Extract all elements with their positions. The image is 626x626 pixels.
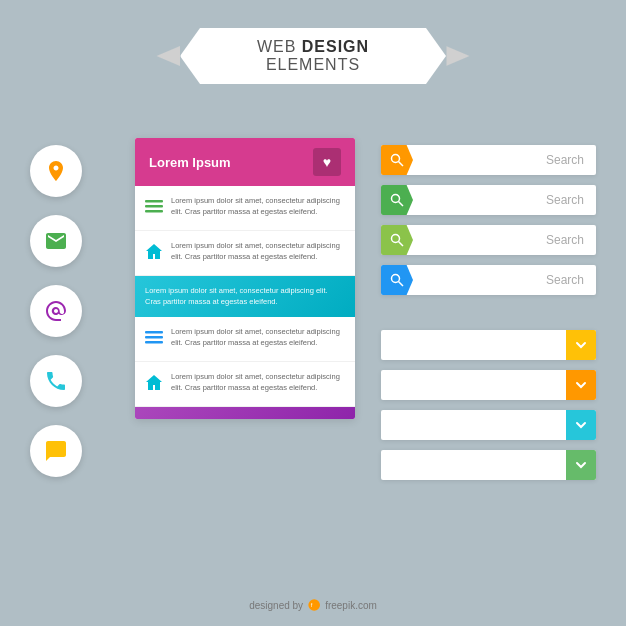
card-row-4-text: Lorem ipsum dolor sit amet, consectetur … bbox=[171, 327, 345, 348]
banner-title: WEB DESIGN ELEMENTS bbox=[257, 38, 369, 73]
card-header: Lorem Ipsum ♥ bbox=[135, 138, 355, 186]
svg-line-11 bbox=[399, 242, 404, 247]
svg-rect-3 bbox=[145, 331, 163, 334]
search-bars-group: Search Search Search Search bbox=[381, 145, 596, 295]
dropdowns-group bbox=[381, 330, 596, 480]
heart-icon: ♥ bbox=[313, 148, 341, 176]
footer-text: designed by bbox=[249, 600, 303, 611]
search-bar-2[interactable]: Search bbox=[381, 185, 596, 215]
location-circle[interactable] bbox=[30, 145, 82, 197]
dropdown-bar-1[interactable] bbox=[381, 330, 596, 360]
home-icon-1 bbox=[145, 243, 163, 265]
dropdown-bar-3[interactable] bbox=[381, 410, 596, 440]
chevron-down-icon-1 bbox=[575, 339, 587, 351]
search-icon-3 bbox=[390, 233, 404, 247]
search-icon-1 bbox=[390, 153, 404, 167]
svg-point-12 bbox=[392, 275, 400, 283]
dropdown-arrow-3 bbox=[566, 410, 596, 440]
svg-rect-4 bbox=[145, 336, 163, 339]
card-row-2-text: Lorem ipsum dolor sit amet, consectetur … bbox=[171, 241, 345, 262]
card-row-1: Lorem ipsum dolor sit amet, consectetur … bbox=[135, 186, 355, 231]
envelope-icon bbox=[44, 229, 68, 253]
chat-icon bbox=[44, 439, 68, 463]
card-row-1-text: Lorem ipsum dolor sit amet, consectetur … bbox=[171, 196, 345, 217]
home-icon-2 bbox=[145, 374, 163, 396]
svg-line-13 bbox=[399, 282, 404, 287]
svg-point-14 bbox=[308, 599, 320, 611]
icons-column bbox=[30, 145, 82, 477]
phone-icon bbox=[44, 369, 68, 393]
card-row-5-text: Lorem ipsum dolor sit amet, consectetur … bbox=[171, 372, 345, 393]
card-row-3: Lorem ipsum dolor sit amet, consectetur … bbox=[135, 276, 355, 317]
freepik-icon: f bbox=[307, 598, 321, 612]
svg-rect-0 bbox=[145, 200, 163, 203]
dropdown-bar-2[interactable] bbox=[381, 370, 596, 400]
banner: WEB DESIGN ELEMENTS bbox=[157, 28, 470, 84]
main-card: Lorem Ipsum ♥ Lorem ipsum dolor sit amet… bbox=[135, 138, 355, 419]
search-label-2: Search bbox=[413, 193, 596, 207]
search-arrow-1 bbox=[381, 145, 413, 175]
search-icon-4 bbox=[390, 273, 404, 287]
dropdown-arrow-4 bbox=[566, 450, 596, 480]
search-label-4: Search bbox=[413, 273, 596, 287]
footer-brand: freepik.com bbox=[325, 600, 377, 611]
search-arrow-3 bbox=[381, 225, 413, 255]
chat-circle[interactable] bbox=[30, 425, 82, 477]
svg-rect-5 bbox=[145, 341, 163, 344]
at-circle[interactable] bbox=[30, 285, 82, 337]
dropdown-arrow-1 bbox=[566, 330, 596, 360]
card-header-title: Lorem Ipsum bbox=[149, 155, 231, 170]
card-footer-bar bbox=[135, 407, 355, 419]
svg-rect-1 bbox=[145, 205, 163, 208]
card-row-5: Lorem ipsum dolor sit amet, consectetur … bbox=[135, 362, 355, 407]
search-label-1: Search bbox=[413, 153, 596, 167]
ribbon-right-decoration bbox=[446, 46, 470, 66]
svg-point-10 bbox=[392, 235, 400, 243]
dropdown-arrow-2 bbox=[566, 370, 596, 400]
search-icon-2 bbox=[390, 193, 404, 207]
footer: designed by f freepik.com bbox=[249, 598, 377, 612]
search-arrow-4 bbox=[381, 265, 413, 295]
card-row-4: Lorem ipsum dolor sit amet, consectetur … bbox=[135, 317, 355, 362]
phone-circle[interactable] bbox=[30, 355, 82, 407]
card-row-3-text: Lorem ipsum dolor sit amet, consectetur … bbox=[145, 286, 345, 307]
card-row-2: Lorem ipsum dolor sit amet, consectetur … bbox=[135, 231, 355, 276]
svg-point-8 bbox=[392, 195, 400, 203]
search-label-3: Search bbox=[413, 233, 596, 247]
chevron-down-icon-4 bbox=[575, 459, 587, 471]
lines-icon bbox=[145, 198, 163, 220]
svg-line-7 bbox=[399, 162, 404, 167]
svg-line-9 bbox=[399, 202, 404, 207]
search-bar-3[interactable]: Search bbox=[381, 225, 596, 255]
chevron-down-icon-2 bbox=[575, 379, 587, 391]
search-bar-1[interactable]: Search bbox=[381, 145, 596, 175]
svg-point-6 bbox=[392, 155, 400, 163]
chevron-down-icon-3 bbox=[575, 419, 587, 431]
dropdown-bar-4[interactable] bbox=[381, 450, 596, 480]
search-arrow-2 bbox=[381, 185, 413, 215]
ribbon-left-decoration bbox=[157, 46, 181, 66]
location-pin-icon bbox=[44, 159, 68, 183]
envelope-circle[interactable] bbox=[30, 215, 82, 267]
at-icon bbox=[44, 299, 68, 323]
lines-icon-2 bbox=[145, 329, 163, 351]
search-bar-4[interactable]: Search bbox=[381, 265, 596, 295]
banner-content: WEB DESIGN ELEMENTS bbox=[180, 28, 446, 84]
svg-rect-2 bbox=[145, 210, 163, 213]
